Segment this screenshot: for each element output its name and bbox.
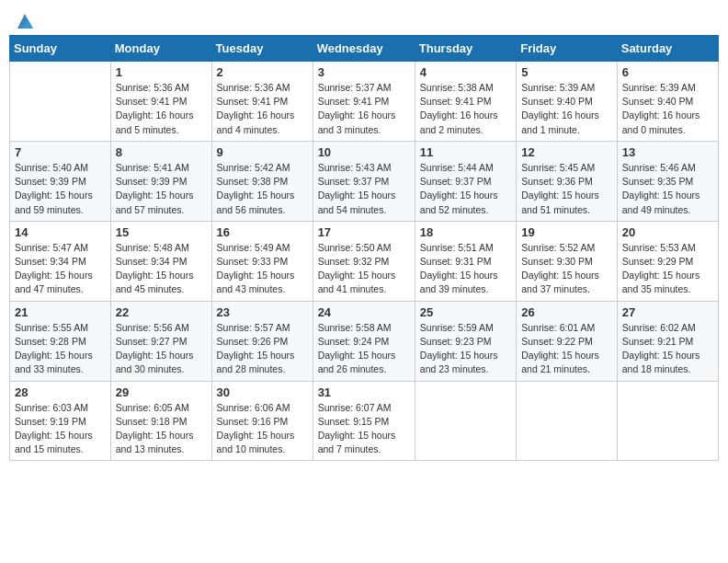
calendar-cell: 6Sunrise: 5:39 AM Sunset: 9:40 PM Daylig…	[617, 62, 718, 142]
calendar-header-saturday: Saturday	[617, 36, 718, 62]
calendar-cell: 10Sunrise: 5:43 AM Sunset: 9:37 PM Dayli…	[313, 141, 415, 221]
day-number: 14	[15, 225, 106, 239]
calendar-table: SundayMondayTuesdayWednesdayThursdayFrid…	[9, 35, 719, 461]
calendar-cell: 29Sunrise: 6:05 AM Sunset: 9:18 PM Dayli…	[110, 381, 211, 461]
calendar-cell	[617, 381, 718, 461]
logo-icon	[15, 11, 35, 31]
day-info: Sunrise: 5:47 AM Sunset: 9:34 PM Dayligh…	[15, 241, 106, 297]
day-info: Sunrise: 5:51 AM Sunset: 9:31 PM Dayligh…	[420, 241, 511, 297]
day-info: Sunrise: 5:40 AM Sunset: 9:39 PM Dayligh…	[15, 161, 106, 217]
day-info: Sunrise: 5:38 AM Sunset: 9:41 PM Dayligh…	[420, 81, 511, 137]
day-info: Sunrise: 6:06 AM Sunset: 9:16 PM Dayligh…	[217, 401, 308, 457]
day-info: Sunrise: 5:43 AM Sunset: 9:37 PM Dayligh…	[318, 161, 410, 217]
calendar-cell: 17Sunrise: 5:50 AM Sunset: 9:32 PM Dayli…	[313, 221, 415, 301]
day-info: Sunrise: 5:58 AM Sunset: 9:24 PM Dayligh…	[318, 321, 410, 377]
calendar-cell	[10, 62, 111, 142]
day-number: 17	[318, 225, 410, 239]
day-info: Sunrise: 5:53 AM Sunset: 9:29 PM Dayligh…	[622, 241, 713, 297]
day-info: Sunrise: 6:02 AM Sunset: 9:21 PM Dayligh…	[622, 321, 713, 377]
day-number: 4	[420, 65, 511, 79]
calendar-cell: 5Sunrise: 5:39 AM Sunset: 9:40 PM Daylig…	[517, 62, 618, 142]
day-info: Sunrise: 5:44 AM Sunset: 9:37 PM Dayligh…	[420, 161, 511, 217]
calendar-week-row: 7Sunrise: 5:40 AM Sunset: 9:39 PM Daylig…	[10, 141, 719, 221]
calendar-cell: 25Sunrise: 5:59 AM Sunset: 9:23 PM Dayli…	[415, 301, 516, 381]
day-info: Sunrise: 5:50 AM Sunset: 9:32 PM Dayligh…	[318, 241, 410, 297]
calendar-cell: 12Sunrise: 5:45 AM Sunset: 9:36 PM Dayli…	[517, 141, 618, 221]
calendar-header-thursday: Thursday	[415, 36, 516, 62]
day-info: Sunrise: 5:52 AM Sunset: 9:30 PM Dayligh…	[521, 241, 612, 297]
day-number: 10	[318, 145, 410, 159]
calendar-cell: 7Sunrise: 5:40 AM Sunset: 9:39 PM Daylig…	[10, 141, 111, 221]
day-number: 20	[622, 225, 713, 239]
calendar-cell: 20Sunrise: 5:53 AM Sunset: 9:29 PM Dayli…	[617, 221, 718, 301]
day-info: Sunrise: 5:39 AM Sunset: 9:40 PM Dayligh…	[622, 81, 713, 137]
day-number: 13	[622, 145, 713, 159]
calendar-cell	[415, 381, 516, 461]
calendar-header-sunday: Sunday	[10, 36, 111, 62]
day-number: 24	[318, 305, 410, 319]
day-number: 5	[521, 65, 612, 79]
calendar-cell: 9Sunrise: 5:42 AM Sunset: 9:38 PM Daylig…	[211, 141, 313, 221]
day-info: Sunrise: 6:07 AM Sunset: 9:15 PM Dayligh…	[318, 401, 410, 457]
calendar-header-row: SundayMondayTuesdayWednesdayThursdayFrid…	[10, 36, 719, 62]
day-number: 8	[116, 145, 207, 159]
day-number: 18	[420, 225, 511, 239]
day-number: 19	[521, 225, 612, 239]
calendar-cell: 18Sunrise: 5:51 AM Sunset: 9:31 PM Dayli…	[415, 221, 516, 301]
day-number: 25	[420, 305, 511, 319]
day-info: Sunrise: 5:59 AM Sunset: 9:23 PM Dayligh…	[420, 321, 511, 377]
day-number: 27	[622, 305, 713, 319]
day-info: Sunrise: 5:39 AM Sunset: 9:40 PM Dayligh…	[521, 81, 612, 137]
day-number: 29	[116, 385, 207, 399]
calendar-cell: 26Sunrise: 6:01 AM Sunset: 9:22 PM Dayli…	[517, 301, 618, 381]
day-number: 28	[15, 385, 106, 399]
day-number: 2	[217, 65, 308, 79]
day-info: Sunrise: 5:37 AM Sunset: 9:41 PM Dayligh…	[318, 81, 410, 137]
calendar-header-friday: Friday	[517, 36, 618, 62]
day-info: Sunrise: 5:41 AM Sunset: 9:39 PM Dayligh…	[116, 161, 207, 217]
page-header	[9, 9, 719, 28]
day-number: 7	[15, 145, 106, 159]
day-number: 15	[116, 225, 207, 239]
calendar-cell: 28Sunrise: 6:03 AM Sunset: 9:19 PM Dayli…	[10, 381, 111, 461]
logo	[13, 15, 35, 28]
calendar-cell: 13Sunrise: 5:46 AM Sunset: 9:35 PM Dayli…	[617, 141, 718, 221]
calendar-week-row: 14Sunrise: 5:47 AM Sunset: 9:34 PM Dayli…	[10, 221, 719, 301]
day-number: 16	[217, 225, 308, 239]
calendar-cell: 31Sunrise: 6:07 AM Sunset: 9:15 PM Dayli…	[313, 381, 415, 461]
calendar-week-row: 28Sunrise: 6:03 AM Sunset: 9:19 PM Dayli…	[10, 381, 719, 461]
day-info: Sunrise: 6:01 AM Sunset: 9:22 PM Dayligh…	[521, 321, 612, 377]
day-number: 31	[318, 385, 410, 399]
calendar-cell: 30Sunrise: 6:06 AM Sunset: 9:16 PM Dayli…	[211, 381, 313, 461]
day-info: Sunrise: 5:57 AM Sunset: 9:26 PM Dayligh…	[217, 321, 308, 377]
day-number: 12	[521, 145, 612, 159]
day-info: Sunrise: 5:36 AM Sunset: 9:41 PM Dayligh…	[116, 81, 207, 137]
calendar-header-tuesday: Tuesday	[211, 36, 313, 62]
day-number: 21	[15, 305, 106, 319]
day-info: Sunrise: 5:49 AM Sunset: 9:33 PM Dayligh…	[217, 241, 308, 297]
calendar-header-wednesday: Wednesday	[313, 36, 415, 62]
calendar-cell: 27Sunrise: 6:02 AM Sunset: 9:21 PM Dayli…	[617, 301, 718, 381]
day-info: Sunrise: 6:05 AM Sunset: 9:18 PM Dayligh…	[116, 401, 207, 457]
day-info: Sunrise: 5:55 AM Sunset: 9:28 PM Dayligh…	[15, 321, 106, 377]
calendar-cell: 1Sunrise: 5:36 AM Sunset: 9:41 PM Daylig…	[110, 62, 211, 142]
day-number: 9	[217, 145, 308, 159]
day-info: Sunrise: 5:56 AM Sunset: 9:27 PM Dayligh…	[116, 321, 207, 377]
day-number: 6	[622, 65, 713, 79]
calendar-week-row: 21Sunrise: 5:55 AM Sunset: 9:28 PM Dayli…	[10, 301, 719, 381]
day-number: 23	[217, 305, 308, 319]
calendar-cell: 16Sunrise: 5:49 AM Sunset: 9:33 PM Dayli…	[211, 221, 313, 301]
day-number: 30	[217, 385, 308, 399]
calendar-cell: 21Sunrise: 5:55 AM Sunset: 9:28 PM Dayli…	[10, 301, 111, 381]
day-info: Sunrise: 5:46 AM Sunset: 9:35 PM Dayligh…	[622, 161, 713, 217]
calendar-cell: 3Sunrise: 5:37 AM Sunset: 9:41 PM Daylig…	[313, 62, 415, 142]
day-number: 1	[116, 65, 207, 79]
calendar-week-row: 1Sunrise: 5:36 AM Sunset: 9:41 PM Daylig…	[10, 62, 719, 142]
day-number: 22	[116, 305, 207, 319]
calendar-cell: 15Sunrise: 5:48 AM Sunset: 9:34 PM Dayli…	[110, 221, 211, 301]
day-info: Sunrise: 6:03 AM Sunset: 9:19 PM Dayligh…	[15, 401, 106, 457]
day-number: 26	[521, 305, 612, 319]
day-info: Sunrise: 5:42 AM Sunset: 9:38 PM Dayligh…	[217, 161, 308, 217]
calendar-cell	[517, 381, 618, 461]
calendar-cell: 22Sunrise: 5:56 AM Sunset: 9:27 PM Dayli…	[110, 301, 211, 381]
